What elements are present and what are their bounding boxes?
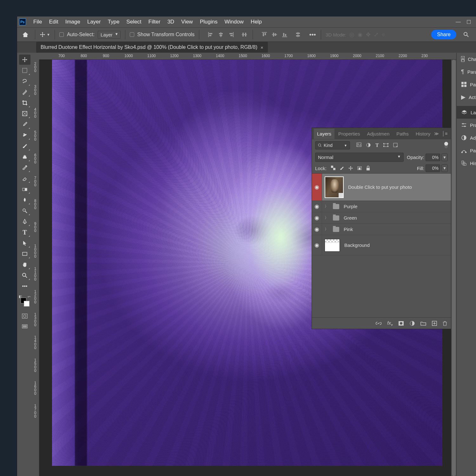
pen-tool[interactable] [19, 216, 30, 227]
blur-tool[interactable] [19, 195, 30, 205]
history-brush-tool[interactable] [19, 162, 30, 173]
share-button[interactable]: Share [431, 30, 456, 39]
panel-adjustments[interactable]: Adju [457, 131, 476, 144]
smart-object-thumb[interactable] [325, 176, 344, 198]
quick-mask-icon[interactable] [19, 311, 30, 321]
align-center-h-icon[interactable] [217, 31, 225, 38]
lock-image-icon[interactable] [339, 166, 344, 171]
magic-wand-tool[interactable] [19, 87, 30, 97]
menu-view[interactable]: View [178, 16, 196, 28]
panel-collapse-icon[interactable]: ≫ [434, 131, 439, 136]
menu-edit[interactable]: Edit [45, 16, 62, 28]
menu-layer[interactable]: Layer [84, 16, 104, 28]
close-tab-icon[interactable]: × [261, 45, 263, 50]
edit-toolbar[interactable]: ••• [19, 281, 30, 291]
move-tool[interactable] [19, 55, 30, 65]
distribute-v-icon[interactable] [294, 31, 302, 38]
menu-help[interactable]: Help [247, 16, 265, 28]
auto-select-target[interactable]: Layer ▼ [98, 31, 121, 39]
layer-row[interactable]: ◉ 〉 Purple [312, 201, 451, 212]
new-group-icon[interactable] [420, 321, 426, 326]
type-tool[interactable]: T [19, 227, 30, 237]
layer-name[interactable]: Pink [344, 227, 353, 232]
expand-arrow-icon[interactable]: 〉 [325, 215, 328, 221]
align-middle-icon[interactable] [271, 31, 278, 38]
vertical-scrollbar[interactable] [451, 60, 456, 476]
layer-name[interactable]: Purple [344, 204, 357, 209]
frame-tool[interactable] [19, 109, 30, 119]
3d-slide-icon[interactable]: ⤢ [374, 31, 379, 38]
layer-visibility[interactable]: ◉ [312, 212, 322, 223]
expand-arrow-icon[interactable]: 〉 [325, 204, 328, 209]
distribute-icon[interactable] [241, 31, 248, 38]
more-options-icon[interactable]: ••• [309, 31, 316, 38]
healing-brush-tool[interactable] [19, 130, 30, 140]
filter-type-icon[interactable]: T [375, 142, 379, 148]
layer-row[interactable]: ◉ Background [312, 235, 451, 255]
background-color[interactable] [24, 301, 30, 307]
3d-orbit-icon[interactable]: ◎ [349, 31, 354, 38]
layer-thumb[interactable] [325, 239, 340, 252]
panel-paths[interactable]: Paths [457, 144, 476, 157]
lock-all-icon[interactable] [366, 166, 370, 171]
panel-character[interactable]: AChara [457, 53, 476, 65]
filter-smart-icon[interactable] [393, 142, 398, 148]
lock-position-icon[interactable] [348, 166, 353, 171]
3d-pan-icon[interactable]: ✥ [366, 31, 371, 38]
current-tool-icon[interactable]: ▼ [40, 32, 50, 37]
fill-dropdown[interactable]: ▼ [441, 164, 448, 172]
align-top-icon[interactable] [261, 31, 268, 38]
new-layer-icon[interactable] [432, 321, 437, 326]
layer-name[interactable]: Double Click to put your photo [348, 184, 412, 190]
tab-properties[interactable]: Properties [335, 129, 363, 139]
swap-colors-icon[interactable]: ⤺ [28, 294, 31, 299]
layer-visibility[interactable]: ◉ [312, 201, 322, 212]
menu-image[interactable]: Image [62, 16, 84, 28]
menu-window[interactable]: Window [221, 16, 247, 28]
show-transform-checkbox[interactable] [130, 32, 134, 37]
panel-actions[interactable]: ▶Actio [457, 91, 476, 103]
blend-mode-select[interactable]: Normal▼ [315, 153, 404, 162]
layer-row[interactable]: ◉ 〉 Green [312, 212, 451, 224]
align-left-icon[interactable] [207, 31, 215, 38]
eraser-tool[interactable] [19, 173, 30, 183]
opacity-dropdown[interactable]: ▼ [441, 154, 448, 161]
filter-toggle[interactable] [445, 142, 448, 148]
filter-adjustment-icon[interactable] [366, 142, 371, 148]
layer-fx-icon[interactable]: fx▾ [387, 320, 393, 327]
panel-properties[interactable]: Prop [457, 119, 476, 131]
3d-roll-icon[interactable]: ◉ [358, 31, 363, 38]
color-swatch[interactable]: ◧ ⤺ [19, 294, 31, 307]
menu-plugins[interactable]: Plugins [196, 16, 221, 28]
layer-name[interactable]: Background [344, 242, 370, 248]
home-button[interactable] [20, 30, 30, 39]
align-bottom-icon[interactable] [281, 31, 288, 38]
menu-select[interactable]: Select [123, 16, 145, 28]
eyedropper-tool[interactable] [19, 119, 30, 129]
layer-visibility[interactable]: ◉ [312, 224, 322, 235]
tab-paths[interactable]: Paths [393, 129, 412, 139]
lock-artboard-icon[interactable] [357, 166, 362, 171]
menu-3d[interactable]: 3D [164, 16, 178, 28]
layer-visibility[interactable]: ◉ [312, 235, 322, 255]
document-tab[interactable]: Blurred Duotone Effect Horizontal by Sko… [36, 42, 268, 53]
auto-select-checkbox[interactable] [59, 32, 64, 37]
link-layers-icon[interactable] [376, 321, 381, 325]
opacity-input[interactable]: 0% [426, 154, 440, 161]
zoom-tool[interactable] [19, 270, 30, 281]
layer-name[interactable]: Green [344, 215, 357, 221]
layer-row[interactable]: ◉ 〉 Pink [312, 224, 451, 235]
lock-transparency-icon[interactable] [331, 166, 335, 171]
path-selection-tool[interactable] [19, 238, 30, 248]
new-adjust-layer-icon[interactable] [410, 321, 415, 326]
search-icon[interactable] [463, 32, 469, 37]
lasso-tool[interactable] [19, 76, 30, 86]
menu-filter[interactable]: Filter [145, 16, 164, 28]
layer-visibility[interactable]: ◉ [312, 174, 322, 201]
add-mask-icon[interactable] [398, 321, 404, 326]
align-right-icon[interactable] [227, 31, 235, 38]
3d-zoom-icon[interactable]: ⟐ [382, 31, 385, 38]
menu-file[interactable]: File [30, 16, 45, 28]
expand-arrow-icon[interactable]: 〉 [325, 227, 328, 232]
filter-shape-icon[interactable] [383, 142, 388, 148]
